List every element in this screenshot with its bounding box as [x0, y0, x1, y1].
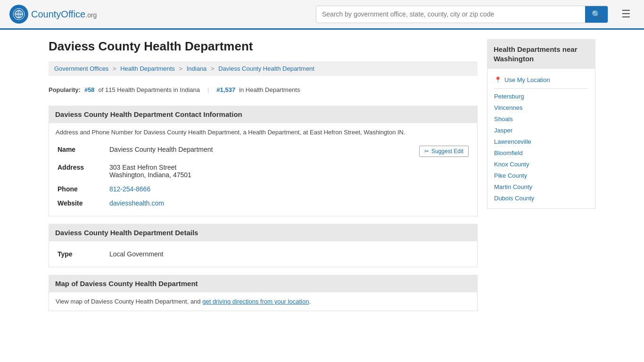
list-item: Dubois County	[494, 192, 588, 204]
address-value-cell: 303 East Hefron Street Washington, India…	[107, 160, 471, 182]
popularity-bar: Popularity: #58 of 115 Health Department…	[49, 82, 478, 98]
breadcrumb-current[interactable]: Daviess County Health Department	[218, 65, 314, 72]
phone-label: Phone	[56, 182, 107, 196]
table-row: Type Local Government	[56, 247, 471, 261]
map-description-before: View map of Daviess County Health Depart…	[56, 298, 202, 305]
list-item: Shoals	[494, 113, 588, 124]
list-item: Vincennes	[494, 102, 588, 113]
sidebar-header: Health Departments near Washington	[487, 39, 595, 69]
breadcrumb-sep-2: >	[179, 65, 182, 72]
use-my-location-link[interactable]: 📍 Use My Location	[494, 74, 588, 86]
contact-section-body: Address and Phone Number for Daviess Cou…	[49, 123, 478, 216]
list-item: Lawrenceville	[494, 136, 588, 147]
sidebar-nearby-item-8[interactable]: Martin County	[494, 183, 532, 190]
address-line1: 303 East Hefron Street	[109, 164, 469, 171]
popularity-national-text: in Health Departments	[239, 86, 300, 93]
menu-button[interactable]: ☰	[618, 6, 635, 22]
sidebar-body: 📍 Use My Location PetersburgVincennesSho…	[487, 69, 595, 209]
type-label: Type	[56, 247, 107, 261]
breadcrumb-indiana[interactable]: Indiana	[187, 65, 207, 72]
name-label: Name	[56, 142, 107, 160]
search-icon: 🔍	[592, 10, 601, 18]
map-section-header: Map of Daviess County Health Department	[49, 275, 478, 292]
popularity-national-rank: #1,537	[216, 86, 235, 93]
suggest-edit-icon: ✂	[424, 148, 429, 155]
list-item: Jasper	[494, 124, 588, 136]
suggest-edit-button[interactable]: ✂ Suggest Edit	[419, 146, 469, 157]
table-row: Website daviesshealth.com	[56, 196, 471, 210]
logo-icon	[9, 5, 28, 24]
list-item: Bloomfield	[494, 147, 588, 158]
sidebar-nearby-item-6[interactable]: Knox County	[494, 161, 529, 168]
list-item: Pike County	[494, 170, 588, 181]
sidebar-nearby-item-9[interactable]: Dubois County	[494, 195, 534, 202]
details-info-table: Type Local Government	[56, 247, 471, 261]
list-item: Petersburg	[494, 90, 588, 102]
sidebar-nearby-item-1[interactable]: Vincennes	[494, 104, 522, 111]
use-location-text: Use My Location	[504, 76, 550, 83]
main-content: Daviess County Health Department Governm…	[49, 39, 478, 311]
logo-text: CountyOffice.org	[31, 9, 97, 20]
name-value: Daviess County Health Department	[109, 146, 213, 153]
map-description-after: .	[309, 298, 311, 305]
popularity-rank: #58	[84, 86, 95, 93]
phone-link[interactable]: 812-254-8666	[109, 185, 150, 193]
table-row: Phone 812-254-8666	[56, 182, 471, 196]
website-link[interactable]: daviesshealth.com	[109, 199, 164, 207]
page-title: Daviess County Health Department	[49, 39, 478, 54]
list-item: Knox County	[494, 158, 588, 170]
breadcrumb-health-depts[interactable]: Health Departments	[120, 65, 175, 72]
sidebar-nearby-item-3[interactable]: Jasper	[494, 127, 512, 134]
sidebar-nearby-item-5[interactable]: Bloomfield	[494, 149, 523, 156]
table-row: Name Daviess County Health Department ✂ …	[56, 142, 471, 160]
search-button[interactable]: 🔍	[585, 6, 608, 23]
details-section-body: Type Local Government	[49, 241, 478, 267]
popularity-label: Popularity:	[49, 86, 81, 93]
suggest-edit-label: Suggest Edit	[431, 148, 463, 155]
contact-description: Address and Phone Number for Daviess Cou…	[56, 129, 471, 136]
type-value: Local Government	[107, 247, 471, 261]
sidebar: Health Departments near Washington 📍 Use…	[487, 39, 595, 311]
map-section-body: View map of Daviess County Health Depart…	[49, 292, 478, 311]
name-value-cell: Daviess County Health Department ✂ Sugge…	[107, 142, 471, 160]
address-label: Address	[56, 160, 107, 182]
details-section-header: Daviess County Health Department Details	[49, 224, 478, 241]
address-line2: Washington, Indiana, 47501	[109, 171, 469, 179]
contact-section-header: Daviess County Health Department Contact…	[49, 106, 478, 123]
sidebar-nearby-item-7[interactable]: Pike County	[494, 172, 527, 179]
breadcrumb-sep-1: >	[113, 65, 116, 72]
breadcrumb-gov-offices[interactable]: Government Offices	[54, 65, 108, 72]
list-item: Martin County	[494, 181, 588, 192]
phone-value-cell: 812-254-8666	[107, 182, 471, 196]
website-value-cell: daviesshealth.com	[107, 196, 471, 210]
search-input[interactable]	[316, 7, 585, 22]
sidebar-nearby-item-0[interactable]: Petersburg	[494, 93, 524, 100]
driving-directions-link[interactable]: get driving directions from your locatio…	[202, 298, 309, 305]
breadcrumb: Government Offices > Health Departments …	[49, 61, 478, 76]
popularity-of-text: of 115 Health Departments in Indiana	[99, 86, 200, 93]
nearby-list: PetersburgVincennesShoalsJasperLawrencev…	[494, 90, 588, 204]
sidebar-nearby-item-2[interactable]: Shoals	[494, 115, 513, 123]
search-bar: 🔍	[316, 6, 608, 23]
contact-info-table: Name Daviess County Health Department ✂ …	[56, 142, 471, 210]
sidebar-nearby-item-4[interactable]: Lawrenceville	[494, 138, 531, 145]
hamburger-icon: ☰	[621, 8, 631, 20]
sidebar-separator	[494, 88, 588, 89]
website-label: Website	[56, 196, 107, 210]
site-logo[interactable]: CountyOffice.org	[9, 5, 97, 24]
location-pin-icon: 📍	[494, 76, 502, 83]
table-row: Address 303 East Hefron Street Washingto…	[56, 160, 471, 182]
breadcrumb-sep-3: >	[211, 65, 215, 72]
popularity-divider: |	[207, 86, 209, 93]
